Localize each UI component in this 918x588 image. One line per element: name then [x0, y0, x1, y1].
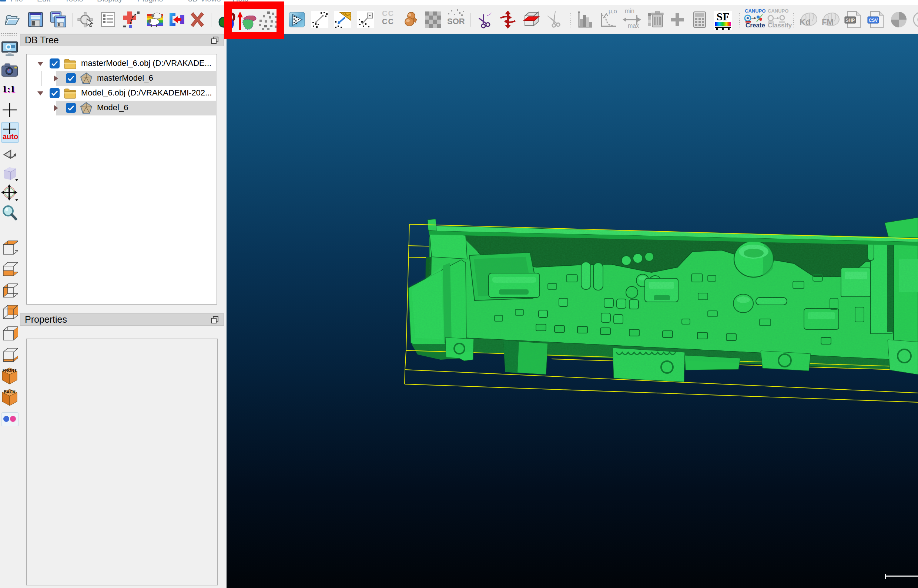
checkerboard-button[interactable] — [424, 11, 442, 29]
view-top-button[interactable] — [1, 239, 18, 256]
pan-mode-button[interactable] — [1, 184, 18, 201]
translate-rotate-button[interactable] — [499, 11, 517, 29]
csv-export-button[interactable]: CSV — [867, 11, 885, 29]
clipping-tool-button[interactable] — [546, 11, 564, 29]
facets-button[interactable]: FM — [821, 11, 839, 29]
sf-arithmetic-button[interactable] — [691, 11, 708, 29]
cloud-cloud-distance-button[interactable] — [311, 11, 329, 29]
delete-button[interactable] — [188, 11, 206, 29]
add-scalar-field-button[interactable] — [669, 11, 686, 29]
tree-item-label[interactable]: masterModel_6 — [97, 73, 153, 83]
view-front-button[interactable] — [1, 282, 18, 299]
crosshair-icon — [1, 102, 18, 118]
pawn-button[interactable] — [402, 11, 420, 29]
view-rotate-icon — [1, 145, 18, 162]
properties-list-icon — [99, 11, 117, 29]
filter-by-value-button[interactable]: min max — [622, 11, 640, 29]
cc-cc-button[interactable]: CC CC — [380, 11, 398, 29]
scalar-fields-button[interactable]: SF — [714, 11, 731, 29]
cc-bottom-label: CC — [382, 18, 394, 26]
view-front-iso-button[interactable]: FRONT — [1, 366, 18, 385]
delete-scalar-field-button[interactable] — [646, 11, 664, 29]
pie-button[interactable] — [890, 11, 908, 29]
front-iso-cube-icon: FRONT — [1, 366, 18, 385]
db-tree-float-button[interactable] — [211, 37, 218, 43]
max-label: max — [628, 23, 639, 29]
cube-right-icon — [1, 346, 18, 363]
view-bottom-button[interactable] — [1, 260, 18, 277]
expanded-arrow-icon[interactable] — [36, 89, 45, 98]
tree-item-label[interactable]: Model_6.obj (D:/VRAKADEMI-202... — [81, 88, 212, 98]
view-right-button[interactable] — [1, 346, 18, 363]
add-scalar-field-icon — [669, 11, 686, 29]
tree-row-mastermodel-mesh[interactable]: masterModel_6 — [27, 71, 217, 86]
save-all-button[interactable] — [50, 11, 67, 29]
view-left-button[interactable] — [1, 325, 18, 342]
collapsed-arrow-icon[interactable] — [52, 74, 60, 83]
tree-row-mastermodel-obj[interactable]: masterModel_6.obj (D:/VRAKADE... — [27, 56, 217, 71]
expanded-arrow-icon[interactable] — [36, 59, 45, 68]
left-dock: DB Tree masterModel_6.obj (D:/VRAKADE... — [19, 34, 226, 588]
db-tree-titlebar: DB Tree — [20, 34, 224, 46]
view-back-button[interactable] — [1, 303, 18, 320]
viewport-3d[interactable] — [226, 34, 918, 588]
scene-3d — [226, 34, 918, 588]
cross-section-icon — [521, 11, 540, 29]
tree-item-label[interactable]: Model_6 — [97, 103, 128, 113]
sor-label: SOR — [447, 17, 465, 26]
menu-edit[interactable]: Edit — [37, 0, 50, 3]
shp-file-icon: SHP — [844, 11, 863, 29]
visibility-checkbox[interactable] — [66, 103, 76, 113]
save-button[interactable] — [27, 11, 44, 29]
toolbar-separator — [211, 13, 212, 27]
merge-button[interactable] — [168, 11, 186, 29]
partial-edge-button[interactable] — [912, 11, 918, 29]
menu-3d-views[interactable]: 3D Views — [188, 0, 221, 3]
tree-item-label[interactable]: masterModel_6.obj (D:/VRAKADE... — [81, 58, 212, 68]
trace-polyline-button[interactable] — [122, 11, 140, 29]
menu-file[interactable]: File — [10, 0, 23, 3]
menu-tools[interactable]: Tools — [65, 0, 83, 3]
visibility-checkbox[interactable] — [66, 73, 76, 83]
cube-top-icon — [1, 239, 18, 256]
menu-plugins[interactable]: Plugins — [137, 0, 163, 3]
menu-display[interactable]: Display — [97, 0, 123, 3]
statistical-test-button[interactable] — [357, 11, 375, 29]
canupo-create-button[interactable]: CANUPO Create — [744, 11, 762, 29]
toolbar-separator-dotted — [739, 13, 740, 27]
point-picking-button[interactable] — [77, 11, 95, 29]
zoom-1-1-button[interactable]: 1:1 — [1, 81, 18, 99]
shp-export-button[interactable]: SHP — [844, 11, 862, 29]
auto-pick-pivot-button[interactable]: auto — [1, 122, 19, 143]
camera-view-button[interactable] — [1, 145, 18, 162]
screenshot-button[interactable] — [1, 61, 18, 78]
octree-button[interactable] — [288, 11, 306, 29]
tree-row-model-mesh[interactable]: Model_6 — [27, 101, 217, 115]
cloud-mesh-distance-button[interactable] — [334, 11, 352, 29]
render-to-file-button[interactable] — [1, 40, 18, 57]
properties-list-button[interactable] — [99, 11, 117, 29]
cross-section-button[interactable] — [521, 11, 539, 29]
collapsed-arrow-icon[interactable] — [52, 103, 60, 113]
segment-button[interactable] — [476, 11, 494, 29]
toolbar-drag-handle[interactable] — [1, 32, 17, 36]
visibility-checkbox[interactable] — [50, 58, 60, 68]
zoom-button[interactable] — [1, 204, 18, 221]
open-file-button[interactable] — [3, 11, 21, 29]
gaussian-filter-button[interactable]: μ,σ — [599, 11, 617, 29]
partial-circle-icon — [912, 11, 918, 29]
perspective-cube-button[interactable] — [1, 164, 18, 181]
stereo-mode-button[interactable] — [1, 412, 19, 426]
annotation-highlight-rectangle — [224, 2, 284, 39]
clone-button[interactable] — [146, 11, 163, 29]
properties-float-button[interactable] — [211, 316, 218, 323]
canupo-classify-button[interactable]: CANUPO Classify — [767, 11, 785, 29]
kdtree-button[interactable]: Kd — [799, 11, 816, 29]
visibility-checkbox[interactable] — [50, 88, 60, 98]
histogram-button[interactable] — [576, 11, 594, 29]
sor-filter-button[interactable]: SOR — [446, 11, 464, 29]
set-pivot-button[interactable] — [1, 102, 18, 118]
mesh-icon — [80, 72, 92, 85]
tree-row-model-obj[interactable]: Model_6.obj (D:/VRAKADEMI-202... — [27, 86, 217, 101]
view-back-iso-button[interactable]: BACK — [1, 388, 18, 406]
